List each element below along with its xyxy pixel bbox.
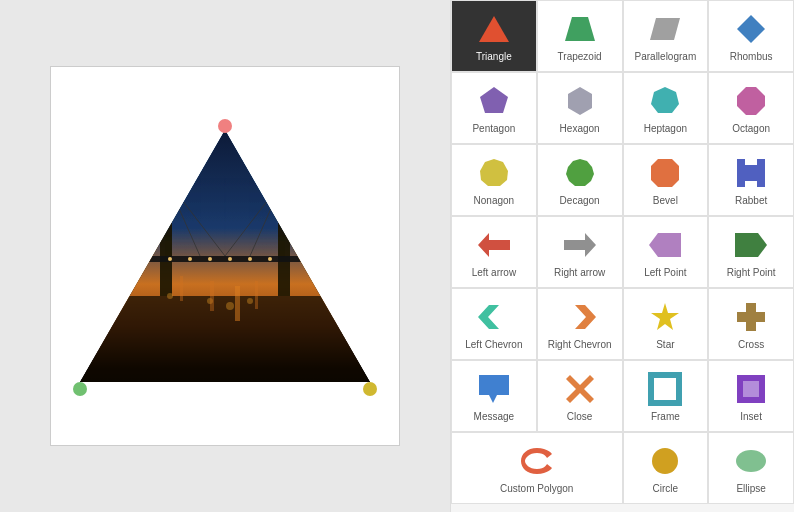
svg-marker-36 [480,87,508,113]
svg-marker-33 [565,17,595,41]
right-chevron-label: Right Chevron [548,339,612,351]
shape-container [50,66,400,446]
handle-bottom-right[interactable] [363,382,377,396]
shape-item-parallelogram[interactable]: Parallelogram [623,0,709,72]
shape-item-trapezoid[interactable]: Trapezoid [537,0,623,72]
svg-marker-37 [568,87,592,115]
svg-point-17 [268,257,272,261]
shape-item-cross[interactable]: Cross [708,288,794,360]
svg-rect-25 [255,281,258,309]
decagon-icon [562,155,598,191]
shape-item-right-chevron[interactable]: Right Chevron [537,288,623,360]
close-label: Close [567,411,593,423]
shape-item-left-arrow[interactable]: Left arrow [451,216,537,288]
shape-item-circle[interactable]: Circle [623,432,709,504]
bevel-label: Bevel [653,195,678,207]
shape-item-right-arrow[interactable]: Right arrow [537,216,623,288]
svg-rect-23 [210,281,214,311]
shape-item-nonagon[interactable]: Nonagon [451,144,537,216]
handle-bottom-left[interactable] [73,382,87,396]
svg-marker-48 [478,305,499,329]
shape-panel: Triangle Trapezoid Parallelogram Rhombus [450,0,794,512]
shape-item-decagon[interactable]: Decagon [537,144,623,216]
triangle-icon [476,11,512,47]
decagon-label: Decagon [560,195,600,207]
right-chevron-icon [562,299,598,335]
shape-item-close[interactable]: Close [537,360,623,432]
trapezoid-icon [562,11,598,47]
shape-item-star[interactable]: Star [623,288,709,360]
rhombus-icon [733,11,769,47]
svg-point-26 [164,172,168,176]
shape-item-right-point[interactable]: Right Point [708,216,794,288]
svg-rect-28 [120,206,130,251]
svg-rect-2 [80,296,370,396]
svg-marker-34 [650,18,680,40]
svg-marker-49 [575,305,596,329]
octagon-icon [733,83,769,119]
svg-marker-42 [651,159,679,187]
shape-item-message[interactable]: Message [451,360,537,432]
inset-label: Inset [740,411,762,423]
bevel-icon [647,155,683,191]
shape-item-triangle[interactable]: Triangle [451,0,537,72]
shape-item-left-chevron[interactable]: Left Chevron [451,288,537,360]
triangle-wrapper [80,116,370,396]
svg-point-18 [167,293,173,299]
shape-item-ellipse[interactable]: Ellipse [708,432,794,504]
shape-item-left-point[interactable]: Left Point [623,216,709,288]
right-arrow-label: Right arrow [554,267,605,279]
cross-label: Cross [738,339,764,351]
svg-marker-44 [478,233,510,257]
triangle-label: Triangle [476,51,512,63]
shape-item-hexagon[interactable]: Hexagon [537,72,623,144]
rhombus-label: Rhombus [730,51,773,63]
shape-item-rabbet[interactable]: Rabbet [708,144,794,216]
custom-polygon-icon [519,443,555,479]
hexagon-icon [562,83,598,119]
svg-rect-5 [278,176,290,296]
cross-icon [733,299,769,335]
handle-top[interactable] [218,119,232,133]
right-point-icon [733,227,769,263]
shape-item-frame[interactable]: Frame [623,360,709,432]
circle-label: Circle [653,483,679,495]
svg-rect-54 [651,375,679,403]
svg-point-14 [208,257,212,261]
svg-point-58 [736,450,766,472]
shape-item-bevel[interactable]: Bevel [623,144,709,216]
hexagon-label: Hexagon [560,123,600,135]
svg-marker-40 [480,159,508,186]
svg-marker-43 [737,159,765,187]
right-arrow-icon [562,227,598,263]
left-chevron-icon [476,299,512,335]
svg-marker-38 [651,87,679,113]
shape-item-custom-polygon[interactable]: Custom Polygon [451,432,623,504]
svg-point-21 [247,298,253,304]
right-point-label: Right Point [727,267,776,279]
svg-point-13 [188,257,192,261]
shape-item-octagon[interactable]: Octagon [708,72,794,144]
svg-rect-56 [743,381,759,397]
svg-rect-4 [150,171,182,179]
left-arrow-label: Left arrow [472,267,516,279]
svg-marker-39 [737,87,765,115]
octagon-label: Octagon [732,123,770,135]
parallelogram-icon [647,11,683,47]
pentagon-icon [476,83,512,119]
pentagon-label: Pentagon [472,123,515,135]
svg-rect-3 [160,176,172,296]
shape-item-rhombus[interactable]: Rhombus [708,0,794,72]
triangle-fill [80,116,370,396]
left-arrow-icon [476,227,512,263]
svg-rect-31 [315,221,323,251]
heptagon-label: Heptagon [644,123,687,135]
shape-item-heptagon[interactable]: Heptagon [623,72,709,144]
svg-marker-32 [479,16,509,42]
left-point-label: Left Point [644,267,686,279]
svg-marker-47 [735,233,767,257]
svg-marker-52 [479,375,509,403]
svg-marker-41 [566,159,594,186]
shape-item-pentagon[interactable]: Pentagon [451,72,537,144]
shape-item-inset[interactable]: Inset [708,360,794,432]
